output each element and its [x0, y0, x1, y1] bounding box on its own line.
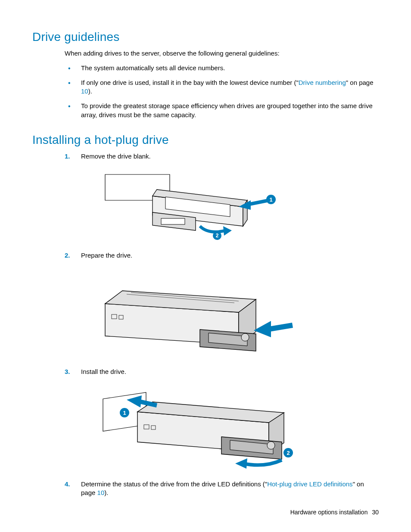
heading-installing-hot-plug: Installing a hot-plug drive — [32, 133, 379, 147]
figure-install-drive: 1 2 — [97, 382, 379, 472]
bullet-text-mid: " on page — [346, 79, 374, 86]
link-drive-numbering[interactable]: Drive numbering — [299, 79, 346, 86]
bullet-text-post: ). — [88, 87, 92, 95]
callout-1: 1 — [123, 410, 126, 416]
link-page-ref[interactable]: 10 — [81, 87, 88, 95]
step-text-pre: Determine the status of the drive from t… — [81, 480, 267, 488]
link-led-definitions[interactable]: Hot-plug drive LED definitions — [267, 480, 352, 488]
heading-drive-guidelines: Drive guidelines — [32, 30, 379, 44]
list-item: To provide the greatest storage space ef… — [65, 102, 379, 119]
figure-prepare-drive — [97, 265, 379, 360]
svg-marker-19 — [254, 321, 271, 337]
install-body: Remove the drive blank. — [65, 152, 379, 497]
callout-1: 1 — [269, 196, 272, 203]
step-item: Remove the drive blank. — [65, 152, 379, 243]
step-text: Remove the drive blank. — [81, 152, 151, 160]
arrow-icon — [235, 458, 282, 469]
svg-point-18 — [241, 333, 249, 341]
page: Drive guidelines When adding drives to t… — [0, 0, 411, 532]
figure-remove-blank: 1 2 — [97, 166, 379, 243]
step-text: Install the drive. — [81, 368, 126, 375]
guidelines-intro: When adding drives to the server, observ… — [65, 49, 379, 58]
install-steps: Remove the drive blank. — [65, 152, 379, 497]
link-page-ref[interactable]: 10 — [97, 489, 105, 496]
bullet-text: The system automatically sets all device… — [81, 64, 225, 72]
callout-2: 2 — [216, 233, 219, 239]
list-item: If only one drive is used, install it in… — [65, 78, 379, 96]
guidelines-list: The system automatically sets all device… — [65, 64, 379, 119]
svg-marker-9 — [223, 226, 232, 236]
page-footer: Hardware options installation30 — [290, 509, 379, 516]
step-text-post: ). — [104, 489, 108, 496]
step-item: Install the drive. — [65, 367, 379, 472]
step-item: Prepare the drive. — [65, 251, 379, 360]
step-item: Determine the status of the drive from t… — [65, 480, 379, 498]
footer-page-number: 30 — [372, 509, 379, 516]
bullet-text: To provide the greatest storage space ef… — [81, 102, 373, 118]
callout-2: 2 — [286, 450, 290, 456]
svg-marker-31 — [235, 458, 247, 469]
footer-section: Hardware options installation — [290, 509, 368, 516]
list-item: The system automatically sets all device… — [65, 64, 379, 72]
bullet-text-pre: If only one drive is used, install it in… — [81, 79, 299, 86]
svg-point-28 — [267, 442, 275, 449]
step-text: Prepare the drive. — [81, 252, 132, 259]
arrow-icon — [254, 321, 293, 337]
svg-rect-6 — [161, 218, 185, 224]
guidelines-body: When adding drives to the server, observ… — [65, 49, 379, 119]
